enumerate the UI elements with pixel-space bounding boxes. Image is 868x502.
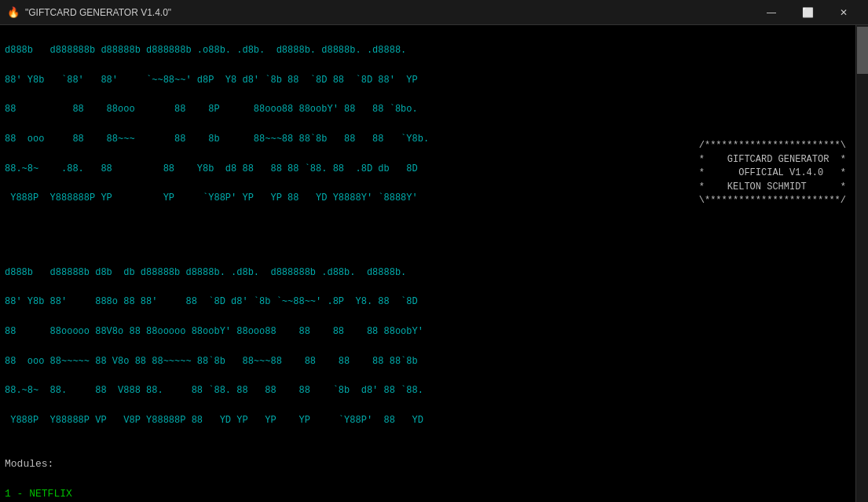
ascii-art-line10: 88 88ooooo 88V8o 88 88ooooo 88oobY' 88oo… [5, 326, 423, 337]
ascii-art-line13: Y888P Y88888P VP V8P Y88888P 88 YD YP YP… [5, 415, 423, 426]
title-bar-left: 🔥 "GIFTCARD GENERATOR V1.4.0" [6, 5, 171, 20]
ascii-art-line12: 88.~8~ 88. 88 V888 88. 88 `88. 88 88 88 … [5, 385, 423, 396]
title-bar: 🔥 "GIFTCARD GENERATOR V1.4.0" — ⬜ ✕ [0, 0, 868, 25]
ascii-art-line1: d888b d888888b d88888b d888888b .o88b. .… [5, 45, 406, 56]
ascii-art-line9: 88' Y8b 88' 888o 88 88' 88 `8D d8' `8b `… [5, 296, 418, 307]
ascii-art-line3: 88 88 88ooo 88 8P 88ooo88 88oobY' 88 88 … [5, 104, 418, 115]
ascii-art-line4: 88 ooo 88 88~~~ 88 8b 88~~~88 88`8b 88 8… [5, 134, 429, 145]
scrollbar[interactable] [855, 25, 868, 502]
comment-version: * OFFICIAL V1.4.0 * [699, 167, 846, 178]
ascii-art-line11: 88 ooo 88~~~~~ 88 V8o 88 88~~~~~ 88`8b 8… [5, 356, 418, 367]
comment-box: /************************\ * GIFTCARD GE… [699, 126, 846, 222]
comment-title: * GIFTCARD GENERATOR * [699, 154, 846, 165]
ascii-art-line6: Y888P Y888888P YP YP `Y88P' YP YP 88 YD … [5, 192, 418, 203]
minimize-button[interactable]: — [753, 0, 789, 25]
ascii-art-line2: 88' Y8b `88' 88' `~~88~~' d8P Y8 d8' `8b… [5, 75, 418, 86]
comment-bottom: \************************/ [699, 195, 846, 206]
ascii-art-line5: 88.~8~ .88. 88 88 Y8b d8 88 88 88 `88. 8… [5, 163, 418, 174]
window-controls[interactable]: — ⬜ ✕ [753, 0, 862, 25]
window-title: "GIFTCARD GENERATOR V1.4.0" [25, 7, 171, 18]
modules-label: Modules: [5, 458, 53, 470]
maximize-button[interactable]: ⬜ [789, 0, 826, 25]
scrollbar-thumb[interactable] [857, 27, 868, 74]
console-area: d888b d888888b d88888b d888888b .o88b. .… [0, 25, 868, 502]
close-button[interactable]: ✕ [826, 0, 862, 25]
app-icon: 🔥 [6, 5, 20, 20]
ascii-art-spacer [5, 237, 10, 248]
ascii-art-line8: d888b d88888b d8b db d88888b d8888b. .d8… [5, 267, 406, 278]
comment-author: * KELTON SCHMIDT * [699, 181, 846, 192]
module-1: 1 - NETFLIX [5, 488, 72, 500]
console-content[interactable]: d888b d888888b d88888b d888888b .o88b. .… [0, 25, 855, 502]
comment-top: /************************\ [699, 140, 846, 151]
